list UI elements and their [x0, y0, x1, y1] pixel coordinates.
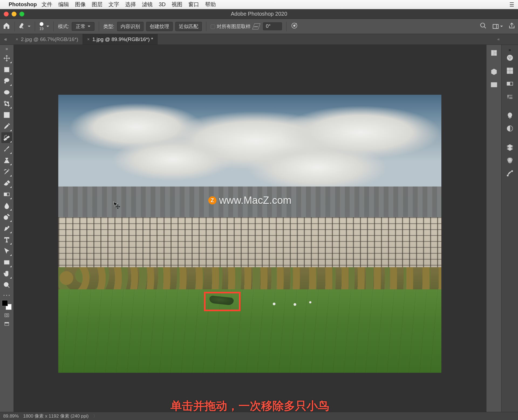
svg-rect-11 — [4, 138, 7, 141]
svg-point-30 — [507, 55, 513, 61]
brush-size-preview[interactable]: 19 — [39, 22, 44, 31]
canvas-area[interactable]: Z www.MacZ.com 单击并拖动，一次移除多只小鸟 — [13, 45, 486, 412]
crop-tool[interactable] — [1, 98, 12, 109]
pen-tool[interactable] — [1, 223, 12, 234]
clone-stamp-tool[interactable] — [1, 155, 12, 166]
mode-select[interactable]: 正常 — [72, 22, 94, 31]
svg-rect-28 — [494, 53, 496, 55]
pressure-icon[interactable] — [291, 22, 298, 31]
svg-rect-26 — [491, 50, 493, 56]
type-content-aware-button[interactable]: 内容识别 — [117, 22, 144, 31]
menu-3d[interactable]: 3D — [159, 1, 166, 8]
close-window-button[interactable] — [4, 12, 9, 16]
menu-edit[interactable]: 编辑 — [58, 1, 69, 8]
status-menu-icon[interactable]: 〉 — [93, 413, 98, 419]
zoom-level[interactable]: 89.89% — [3, 414, 19, 419]
minimize-window-button[interactable] — [12, 12, 16, 16]
color-swatches[interactable] — [2, 300, 12, 310]
blur-tool[interactable] — [1, 200, 12, 211]
menu-image[interactable]: 图像 — [75, 1, 86, 8]
share-icon[interactable] — [508, 22, 515, 31]
marquee-tool[interactable] — [1, 64, 12, 75]
right-panel-group-2: » — [501, 45, 518, 412]
bulb-panel-icon[interactable] — [505, 110, 515, 121]
collapse-panels-icon[interactable]: « — [497, 37, 499, 41]
collapse-panels-icon[interactable]: » — [509, 48, 511, 52]
svg-rect-35 — [510, 68, 513, 70]
menu-window[interactable]: 窗口 — [188, 1, 199, 8]
tool-preset-icon[interactable] — [19, 23, 30, 30]
history-brush-tool[interactable] — [1, 166, 12, 177]
menu-view[interactable]: 视图 — [172, 1, 182, 8]
svg-rect-37 — [510, 71, 513, 73]
patterns-panel-icon[interactable] — [505, 91, 515, 102]
history-panel-icon[interactable] — [489, 48, 499, 58]
svg-rect-20 — [4, 261, 9, 264]
zoom-window-button[interactable] — [19, 12, 24, 16]
menu-layer[interactable]: 图层 — [92, 1, 103, 8]
magic-wand-tool[interactable] — [1, 87, 12, 98]
brush-tool[interactable] — [1, 144, 12, 154]
3d-panel-icon[interactable] — [489, 66, 499, 77]
home-icon[interactable] — [3, 22, 10, 31]
color-panel-icon[interactable] — [505, 52, 515, 63]
layers-panel-icon[interactable] — [505, 142, 515, 153]
menu-filter[interactable]: 滤镜 — [142, 1, 153, 8]
frame-tool[interactable] — [1, 110, 12, 120]
svg-rect-25 — [5, 322, 9, 323]
menu-type[interactable]: 文字 — [108, 1, 119, 8]
menu-help[interactable]: 帮助 — [205, 1, 216, 8]
brush-size-value: 19 — [39, 26, 44, 31]
document-tab-1jpg[interactable]: × 1.jpg @ 89.9%(RGB/16*) * — [83, 34, 158, 45]
angle-icon — [252, 23, 260, 29]
svg-point-13 — [5, 136, 5, 136]
document-tabbar: « × 2.jpg @ 66.7%(RGB/16*) × 1.jpg @ 89.… — [0, 34, 518, 45]
type-create-texture-button[interactable]: 创建纹理 — [146, 22, 173, 31]
window-title: Adobe Photoshop 2020 — [0, 11, 518, 17]
document-tab-2jpg[interactable]: × 2.jpg @ 66.7%(RGB/16*) — [11, 34, 83, 45]
brush-dropdown-icon[interactable] — [46, 26, 49, 28]
path-selection-tool[interactable] — [1, 246, 12, 256]
document-image: Z www.MacZ.com — [58, 95, 441, 373]
gradients-panel-icon[interactable] — [505, 78, 515, 89]
expand-toolbar-icon[interactable]: » — [6, 46, 8, 51]
rectangle-tool[interactable] — [1, 257, 12, 268]
app-name[interactable]: Photoshop — [9, 1, 37, 8]
svg-point-45 — [508, 160, 512, 163]
dodge-tool[interactable] — [1, 212, 12, 222]
foreground-color-swatch[interactable] — [2, 300, 8, 306]
options-bar: 19 模式: 正常 类型: 内容识别 创建纹理 近似匹配 对所有图层取样 0° — [0, 19, 518, 34]
quick-mask-icon[interactable] — [2, 312, 11, 319]
move-tool[interactable] — [1, 53, 12, 64]
menubar-menu-icon[interactable]: ☰ — [509, 1, 514, 8]
zoom-tool[interactable] — [1, 280, 12, 290]
gradient-tool[interactable] — [1, 189, 12, 200]
eyedropper-tool[interactable] — [1, 121, 12, 132]
lasso-tool[interactable] — [1, 76, 12, 86]
svg-point-18 — [4, 216, 8, 220]
channels-panel-icon[interactable] — [505, 155, 515, 166]
close-tab-icon[interactable]: × — [16, 37, 18, 42]
hand-tool[interactable] — [1, 268, 12, 279]
swatches-panel-icon[interactable] — [505, 65, 515, 76]
menu-file[interactable]: 文件 — [42, 1, 52, 8]
svg-point-21 — [4, 282, 8, 286]
paths-panel-icon[interactable] — [505, 168, 515, 179]
type-proximity-match-button[interactable]: 近似匹配 — [175, 22, 202, 31]
search-icon[interactable] — [480, 22, 487, 31]
type-tool[interactable] — [1, 234, 12, 245]
angle-input[interactable]: 0° — [263, 22, 282, 30]
svg-point-15 — [4, 137, 5, 137]
svg-point-40 — [507, 95, 508, 96]
properties-panel-icon[interactable] — [489, 79, 499, 90]
adjustments-panel-icon[interactable] — [505, 123, 515, 134]
collapse-toolbar-icon[interactable]: « — [0, 34, 11, 45]
spot-healing-brush-tool[interactable] — [1, 132, 12, 143]
screen-mode-icon[interactable] — [2, 321, 11, 327]
workspace-icon[interactable] — [492, 23, 503, 30]
close-tab-icon[interactable]: × — [87, 37, 90, 42]
menu-select[interactable]: 选择 — [125, 1, 136, 8]
sample-all-layers-checkbox[interactable]: 对所有图层取样 — [211, 23, 251, 30]
document-dimensions: 1800 像素 x 1192 像素 (240 ppi) — [23, 413, 89, 419]
eraser-tool[interactable] — [1, 178, 12, 188]
